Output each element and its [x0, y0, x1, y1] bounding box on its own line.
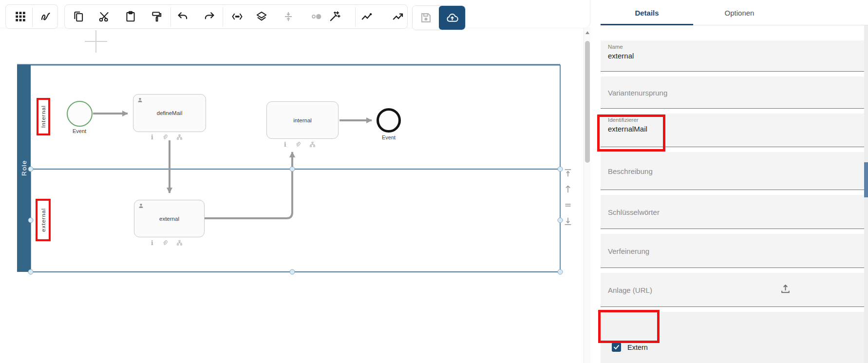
start-event[interactable]	[67, 101, 93, 127]
cut-button[interactable]	[93, 5, 115, 28]
layers-button[interactable]	[250, 5, 273, 28]
tab-optionen-label: Optionen	[725, 9, 755, 17]
selection-handle[interactable]	[290, 269, 295, 275]
vertical-compress-button[interactable]	[277, 5, 300, 28]
format-painter-button[interactable]	[146, 5, 168, 28]
move-to-bottom-button[interactable]	[562, 216, 574, 228]
xml-source-button[interactable]	[226, 5, 248, 28]
vertical-compress-icon	[282, 10, 295, 23]
selection-handle[interactable]	[28, 218, 34, 223]
paste-button[interactable]	[119, 5, 142, 28]
task-definemail-label: defineMail	[157, 110, 182, 116]
task-external-label: external	[159, 216, 179, 222]
end-event-label: Event	[374, 134, 403, 140]
grid-icon	[14, 10, 27, 23]
person-icon	[138, 203, 144, 209]
scroll-up-icon[interactable]	[585, 31, 589, 34]
task-external[interactable]: external	[134, 200, 205, 237]
paint-roller-icon	[151, 10, 163, 23]
variantenursprung-field[interactable]: Variantenursprung	[601, 76, 864, 109]
sitemap-icon	[176, 240, 183, 246]
canvas-scrollbar-thumb[interactable]	[585, 41, 590, 163]
identifizierer-field[interactable]: Identifizierer externalMail	[601, 114, 864, 147]
crosshair-cursor	[85, 30, 107, 53]
layers-icon	[255, 10, 268, 23]
schluesselwoerter-field[interactable]: Schlüsselwörter	[601, 195, 864, 229]
info-icon: i	[284, 142, 286, 148]
redo-icon	[203, 10, 216, 23]
tab-details-label: Details	[635, 9, 659, 17]
name-field[interactable]: Name external	[601, 40, 864, 72]
redo-button[interactable]	[198, 5, 221, 28]
canvas-scrollbar[interactable]	[584, 27, 590, 363]
extern-checkbox-label: Extern	[627, 344, 648, 351]
copy-button[interactable]	[67, 5, 90, 28]
name-field-label: Name	[608, 44, 623, 50]
trend-line-tool-button[interactable]	[387, 5, 409, 28]
task-internal[interactable]: internal	[266, 101, 339, 139]
anlage-url-field[interactable]: Anlage (URL)	[601, 273, 864, 307]
polyline-icon	[360, 10, 373, 23]
polyline-tool-button[interactable]	[356, 5, 378, 28]
info-icon: i	[151, 134, 153, 140]
toolbar-group-save	[412, 5, 466, 30]
move-to-top-button[interactable]	[562, 168, 574, 179]
panel-tabs: Details Optionen	[601, 0, 868, 25]
move-up-button[interactable]	[562, 184, 574, 195]
task-internal-label: internal	[293, 117, 312, 123]
magic-wand-icon	[328, 10, 341, 23]
paste-icon	[124, 10, 137, 23]
align-bottom-icon	[563, 216, 573, 227]
paperclip-icon	[162, 240, 168, 246]
selection-handle[interactable]	[290, 167, 295, 172]
copy-icon	[72, 10, 85, 23]
panel-scrollbar[interactable]	[864, 25, 868, 363]
grid-view-button[interactable]	[9, 5, 32, 28]
annotation-lane-internal: Internal	[37, 98, 50, 135]
info-icon: i	[151, 240, 153, 246]
undo-button[interactable]	[171, 5, 194, 28]
upload-icon[interactable]	[779, 283, 792, 297]
selection-handle[interactable]	[558, 269, 563, 275]
circles-toggle-icon	[310, 10, 323, 23]
tab-details[interactable]: Details	[601, 0, 693, 25]
task-external-badges: i	[151, 240, 183, 246]
lane-label-external[interactable]: external	[40, 208, 46, 232]
sitemap-icon	[309, 141, 316, 148]
arrow-up-icon	[563, 184, 573, 194]
app-window: Role Internal external Event defineMail …	[0, 0, 868, 363]
ink-pen-icon	[39, 10, 52, 23]
flow-external-to-internal[interactable]	[205, 152, 292, 218]
toolbar	[0, 0, 590, 28]
paperclip-icon	[295, 141, 301, 148]
variantenursprung-placeholder: Variantenursprung	[608, 88, 667, 96]
panel-scrollbar-thumb[interactable]	[864, 162, 868, 197]
save-button[interactable]	[413, 6, 439, 30]
auto-layout-button[interactable]	[323, 5, 346, 28]
verfeinerung-field[interactable]: Verfeinerung	[601, 234, 864, 268]
selection-handle[interactable]	[28, 167, 34, 172]
tab-optionen[interactable]: Optionen	[693, 0, 786, 25]
annotation-lane-external: external	[36, 199, 51, 241]
sitemap-icon	[176, 134, 183, 140]
cloud-upload-button[interactable]	[439, 6, 465, 30]
person-icon	[137, 97, 143, 103]
verfeinerung-placeholder: Verfeinerung	[608, 247, 649, 255]
name-field-value: external	[608, 52, 634, 60]
upload-icon	[779, 283, 792, 295]
end-event[interactable]	[377, 108, 401, 133]
task-definemail[interactable]: defineMail	[133, 94, 206, 132]
properties-panel: Details Optionen Name external Varianten…	[601, 0, 868, 363]
distribute-button[interactable]	[562, 200, 574, 211]
schluesselwoerter-placeholder: Schlüsselwörter	[608, 208, 660, 216]
selection-handle[interactable]	[28, 269, 34, 275]
extern-checkbox[interactable]	[612, 343, 621, 352]
beschreibung-field[interactable]: Beschreibung	[601, 152, 864, 190]
freehand-draw-button[interactable]	[35, 5, 57, 28]
check-icon	[613, 344, 620, 351]
diagram-canvas[interactable]: Role Internal external Event defineMail …	[0, 0, 583, 363]
identifizierer-field-label: Identifizierer	[608, 117, 639, 123]
extern-checkbox-row[interactable]: Extern	[612, 343, 648, 352]
lane-label-internal[interactable]: Internal	[40, 105, 46, 128]
code-icon	[231, 10, 244, 23]
